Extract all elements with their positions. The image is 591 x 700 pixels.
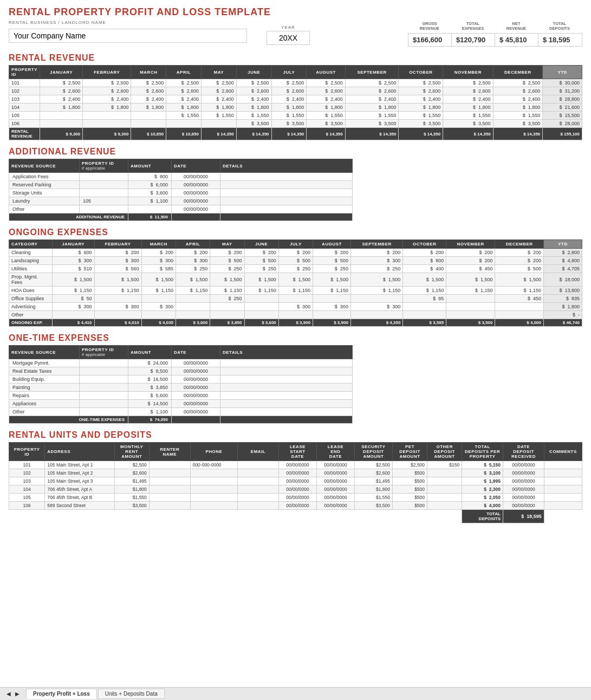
company-name-input[interactable]	[9, 29, 247, 43]
col-dec: DECEMBER	[493, 66, 543, 79]
ongoing-expenses-title: ONGOING EXPENSES	[9, 228, 582, 237]
rental-revenue-table: PROPERTY ID JANUARY FEBRUARY MARCH APRIL…	[9, 65, 582, 140]
table-row: 103	[9, 477, 45, 485]
list-item: Building Equip.	[9, 375, 80, 384]
ru-col-date-received: DATEDEPOSITRECEIVED	[503, 443, 544, 461]
oe-col-oct: OCTOBER	[403, 240, 446, 249]
col-oct: OCTOBER	[399, 66, 443, 79]
total-deposits-value: $ 18,595	[538, 34, 582, 46]
addl-col-amount: AMOUNT	[128, 159, 172, 173]
list-item: Application Fees	[9, 173, 80, 181]
gross-revenue-label: GROSSREVENUE	[408, 20, 451, 32]
table-row: 102	[9, 469, 45, 477]
rental-revenue-title: RENTAL REVENUE	[9, 53, 582, 63]
ru-col-security: SECURITYDEPOSITAMOUNT	[354, 443, 392, 461]
list-item: HOA Dues	[9, 287, 53, 295]
list-item: 101	[9, 79, 40, 87]
oe-col-feb: FEBRUARY	[94, 240, 141, 249]
business-label: RENTAL BUSINESS / LANDLORD NAME	[9, 20, 399, 25]
ru-col-email: EMAIL	[238, 443, 279, 461]
addl-col-details: DETAILS	[220, 159, 353, 173]
year-input[interactable]	[267, 31, 310, 45]
ongoing-expenses-table: CATEGORY JANUARY FEBRUARY MARCH APRIL MA…	[9, 239, 582, 327]
col-jan: JANUARY	[40, 66, 82, 79]
col-jul: JULY	[271, 66, 307, 79]
list-item: Other	[9, 408, 80, 416]
addl-col-date: DATE	[172, 159, 220, 173]
oe-col-jul: JULY	[278, 240, 313, 249]
list-item: 105	[9, 112, 40, 120]
list-item: 102	[9, 87, 40, 95]
main-title: RENTAL PROPERTY PROFIT AND LOSS TEMPLATE	[9, 7, 582, 18]
list-item: Landscaping	[9, 257, 53, 265]
list-item: Other	[9, 205, 80, 213]
addl-col-propid: PROPERTY IDif applicable	[80, 159, 128, 173]
list-item: Reserved Parking	[9, 181, 80, 189]
ote-col-details: DETAILS	[220, 346, 353, 359]
ru-col-id: PROPERTY ID	[9, 443, 45, 461]
additional-revenue-title: ADDITIONAL REVENUE	[9, 147, 582, 157]
oe-col-jun: JUNE	[244, 240, 278, 249]
total-expenses-value: $120,790	[452, 34, 495, 46]
oe-col-ytd: YTD	[544, 240, 582, 249]
oe-col-cat: CATEGORY	[9, 240, 53, 249]
list-item: Prop. Mgmt. Fees	[9, 273, 53, 287]
ru-col-comments: COMMENTS	[544, 443, 582, 461]
list-item: Storage Units	[9, 189, 80, 197]
ote-col-source: REVENUE SOURCE	[9, 346, 80, 359]
additional-revenue-table: REVENUE SOURCE PROPERTY IDif applicable …	[9, 159, 353, 221]
ru-col-rent: MONTHLYRENTAMOUNT	[114, 443, 149, 461]
ote-col-propid: PROPERTY IDif applicable	[80, 346, 128, 359]
list-item: Other	[9, 311, 53, 319]
one-time-expenses-title: ONE-TIME EXPENSES	[9, 333, 582, 343]
col-sep: SEPTEMBER	[345, 66, 399, 79]
oe-col-nov: NOVEMBER	[446, 240, 495, 249]
net-revenue-value: $ 45,810	[495, 34, 538, 46]
one-time-expenses-table: REVENUE SOURCE PROPERTY IDif applicable …	[9, 345, 353, 424]
oe-col-dec: DECEMBER	[495, 240, 544, 249]
net-revenue-label: NETREVENUE	[495, 20, 538, 32]
gross-revenue-value: $166,600	[408, 34, 452, 46]
ru-col-renter: RENTERNAME	[149, 443, 190, 461]
oe-col-sep: SEPTEMBER	[350, 240, 402, 249]
table-row: 105	[9, 494, 45, 502]
rental-units-title: RENTAL UNITS AND DEPOSITS	[9, 430, 582, 440]
table-row: 101	[9, 461, 45, 469]
total-deposits-label: TOTALDEPOSITS	[538, 20, 581, 32]
col-feb: FEBRUARY	[83, 66, 131, 79]
ru-col-lease-end: LEASEENDDATE	[316, 443, 354, 461]
rental-revenue-total-label: RENTAL REVENUE	[9, 128, 40, 140]
list-item: 106	[9, 120, 40, 128]
list-item: Mortgage Pymnt.	[9, 359, 80, 367]
col-property-id: PROPERTY ID	[9, 66, 40, 79]
list-item: Real Estate Taxes	[9, 367, 80, 375]
list-item: 103	[9, 95, 40, 103]
rental-units-table: PROPERTY ID ADDRESS MONTHLYRENTAMOUNT RE…	[9, 442, 582, 523]
total-expenses-label: TOTALEXPENSES	[451, 20, 495, 32]
oe-col-may: MAY	[210, 240, 244, 249]
oe-col-apr: APRIL	[176, 240, 210, 249]
col-aug: AUGUST	[307, 66, 345, 79]
col-may: MAY	[201, 66, 236, 79]
list-item: Office Supplies	[9, 295, 53, 303]
col-mar: MARCH	[131, 66, 166, 79]
oe-col-mar: MARCH	[141, 240, 176, 249]
oe-col-aug: AUGUST	[313, 240, 351, 249]
col-ytd: YTD	[543, 66, 582, 79]
ru-col-other: OTHERDEPOSITAMOUNT	[427, 443, 462, 461]
list-item: Laundry	[9, 197, 80, 205]
year-label: YEAR	[267, 25, 310, 30]
list-item: Appliances	[9, 400, 80, 408]
table-row: 104	[9, 485, 45, 494]
list-item: Advertising	[9, 303, 53, 311]
ote-col-date: DATE	[172, 346, 220, 359]
ru-col-lease-start: LEASESTARTDATE	[278, 443, 316, 461]
ru-col-pet: PETDEPOSITAMOUNT	[392, 443, 427, 461]
col-nov: NOVEMBER	[443, 66, 493, 79]
col-apr: APRIL	[166, 66, 202, 79]
list-item: Utilities	[9, 265, 53, 273]
oe-col-jan: JANUARY	[53, 240, 95, 249]
ru-col-total: TOTALDEPOSITS PERPROPERTY	[462, 443, 503, 461]
ru-col-phone: PHONE	[190, 443, 237, 461]
list-item: Cleaning	[9, 249, 53, 257]
